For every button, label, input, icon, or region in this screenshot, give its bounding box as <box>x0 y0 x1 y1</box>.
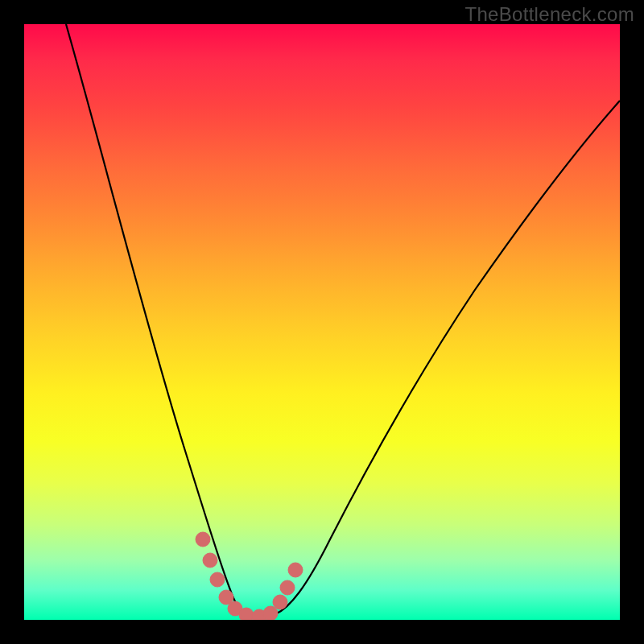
marker-dot <box>273 595 287 609</box>
marker-dot <box>280 580 295 595</box>
watermark-text: TheBottleneck.com <box>464 3 634 26</box>
curve-path <box>66 24 620 617</box>
bottleneck-curve <box>24 24 620 620</box>
marker-dot <box>210 572 225 587</box>
chart-frame: TheBottleneck.com <box>0 0 644 644</box>
marker-dot <box>203 553 217 568</box>
plot-area <box>24 24 620 620</box>
marker-dot <box>288 563 303 577</box>
marker-dot <box>239 608 254 620</box>
marker-dot <box>196 532 210 547</box>
